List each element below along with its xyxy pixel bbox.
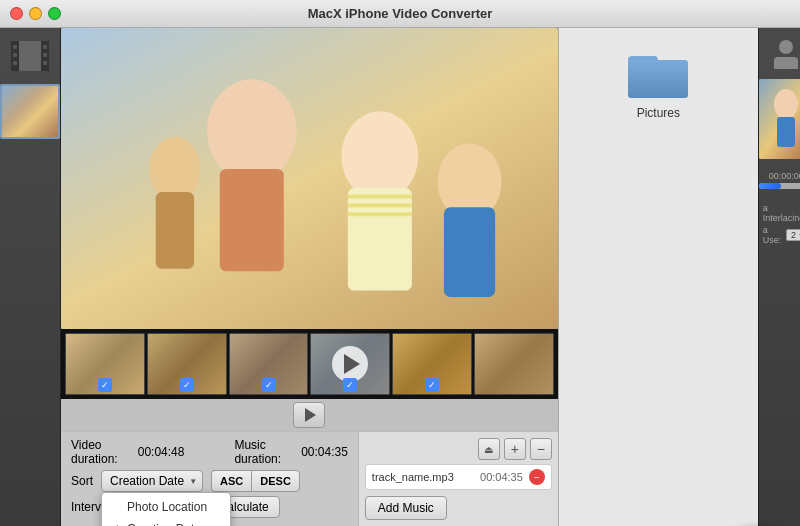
- sort-dropdown-container: Creation Date ▼ Photo Location Creation …: [101, 470, 203, 492]
- music-duration-value: 00:04:35: [301, 445, 348, 459]
- frame-checkbox-4[interactable]: ✓: [343, 378, 357, 392]
- sort-dropdown-button[interactable]: Creation Date ▼: [101, 470, 203, 492]
- svg-point-15: [149, 137, 200, 201]
- maximize-button[interactable]: [48, 7, 61, 20]
- playbar: [61, 399, 558, 431]
- filmstrip-frame-1[interactable]: ✓: [65, 333, 145, 395]
- filmstrip-frame-6[interactable]: [474, 333, 554, 395]
- titlebar: MacX iPhone Video Converter: [0, 0, 800, 28]
- pictures-panel: Pictures: [558, 28, 758, 526]
- person-icon: [764, 36, 800, 71]
- svg-point-13: [341, 111, 418, 201]
- interlacing-label: a Interlacing: [763, 203, 800, 223]
- eject-icon: ⏏: [478, 438, 500, 460]
- svg-rect-4: [13, 45, 17, 49]
- main-panel: ✓ ✓ ✓: [61, 28, 758, 526]
- mini-progress-fill: [759, 183, 781, 189]
- asc-button[interactable]: ASC: [211, 470, 251, 492]
- play-button[interactable]: [293, 402, 325, 428]
- svg-rect-7: [43, 45, 47, 49]
- folder-body: [628, 60, 688, 98]
- use-value: 2: [791, 230, 796, 240]
- top-panels: ✓ ✓ ✓: [61, 28, 758, 526]
- svg-rect-6: [13, 61, 17, 65]
- remove-track-button[interactable]: −: [530, 438, 552, 460]
- right-thumbnail: [759, 79, 800, 159]
- duration-row: Video duration: 00:04:48 Music duration:…: [71, 438, 348, 466]
- mini-playback: 00:00:00: [759, 167, 800, 193]
- frame-checkbox-1[interactable]: ✓: [98, 378, 112, 392]
- svg-point-26: [774, 89, 798, 119]
- video-duration-label: Video duration:: [71, 438, 118, 466]
- svg-rect-5: [13, 53, 17, 57]
- frame-checkbox-5[interactable]: ✓: [425, 378, 439, 392]
- svg-rect-9: [43, 61, 47, 65]
- svg-point-12: [207, 79, 297, 181]
- sort-label: Sort: [71, 474, 93, 488]
- music-panel: ⏏ + − track_name.mp3 00:04:35 − Add Musi…: [358, 432, 558, 526]
- sort-dropdown-value: Creation Date: [110, 474, 184, 488]
- sort-option-creation-date[interactable]: Creation Date: [102, 518, 230, 526]
- left-sidebar: [0, 28, 61, 526]
- music-track-duration: 00:04:35: [480, 471, 523, 483]
- video-preview: [61, 28, 558, 329]
- mini-time-display: 00:00:00: [759, 171, 800, 181]
- filmstrip-frame-3[interactable]: ✓: [229, 333, 309, 395]
- window-title: MacX iPhone Video Converter: [308, 6, 493, 21]
- filmstrip-frame-4[interactable]: ✓: [310, 333, 390, 395]
- interlacing-section: a Interlacing a Use: 2 ▼: [759, 201, 800, 247]
- desc-button[interactable]: DESC: [251, 470, 300, 492]
- sort-option-photo-location[interactable]: Photo Location: [102, 496, 230, 518]
- svg-rect-27: [777, 117, 795, 147]
- music-toolbar: ⏏ + −: [365, 438, 552, 460]
- sidebar-thumbnail[interactable]: [0, 84, 60, 139]
- bottom-left-controls: Video duration: 00:04:48 Music duration:…: [61, 432, 358, 526]
- music-duration-label: Music duration:: [234, 438, 281, 466]
- film-icon[interactable]: [5, 36, 55, 76]
- minimize-button[interactable]: [29, 7, 42, 20]
- svg-rect-18: [444, 207, 495, 297]
- pictures-label: Pictures: [637, 106, 680, 120]
- video-duration-value: 00:04:48: [138, 445, 185, 459]
- filmstrip-frame-5[interactable]: ✓: [392, 333, 472, 395]
- play-overlay-icon[interactable]: [332, 346, 368, 382]
- remove-track-icon[interactable]: −: [529, 469, 545, 485]
- chevron-down-icon: ▼: [189, 477, 197, 486]
- svg-rect-22: [348, 212, 412, 216]
- filmstrip: ✓ ✓ ✓: [61, 329, 558, 399]
- bottom-controls: Video duration: 00:04:48 Music duration:…: [61, 431, 558, 526]
- use-row: a Use: 2 ▼: [763, 225, 800, 245]
- frame-checkbox-3[interactable]: ✓: [262, 378, 276, 392]
- add-track-button[interactable]: +: [504, 438, 526, 460]
- svg-rect-3: [19, 41, 41, 71]
- music-track-row: track_name.mp3 00:04:35 −: [365, 464, 552, 490]
- asc-desc-buttons: ASC DESC: [211, 470, 300, 492]
- close-button[interactable]: [10, 7, 23, 20]
- sort-row: Sort Creation Date ▼ Photo Location Crea…: [71, 470, 348, 492]
- svg-rect-21: [348, 203, 412, 207]
- svg-point-23: [779, 40, 793, 54]
- right-sidebar: 00:00:00 a Interlacing a Use: 2 ▼: [758, 28, 800, 526]
- sort-dropdown-menu: Photo Location Creation Date File Name: [101, 492, 231, 526]
- video-section: ✓ ✓ ✓: [61, 28, 558, 526]
- svg-rect-19: [156, 192, 194, 269]
- titlebar-buttons: [0, 7, 61, 20]
- add-music-button[interactable]: Add Music: [365, 496, 447, 520]
- use-select[interactable]: 2 ▼: [786, 229, 800, 241]
- video-preview-image: [61, 28, 558, 329]
- svg-rect-16: [220, 169, 284, 271]
- filmstrip-frame-2[interactable]: ✓: [147, 333, 227, 395]
- frame-checkbox-2[interactable]: ✓: [180, 378, 194, 392]
- main-container: ✓ ✓ ✓: [0, 28, 800, 526]
- mini-progress-slider[interactable]: [759, 183, 800, 189]
- use-label: a Use:: [763, 225, 784, 245]
- play-icon: [305, 408, 316, 422]
- svg-rect-8: [43, 53, 47, 57]
- music-track-name: track_name.mp3: [372, 471, 474, 483]
- folder-icon: [628, 48, 688, 98]
- svg-rect-24: [774, 57, 798, 69]
- svg-rect-20: [348, 195, 412, 199]
